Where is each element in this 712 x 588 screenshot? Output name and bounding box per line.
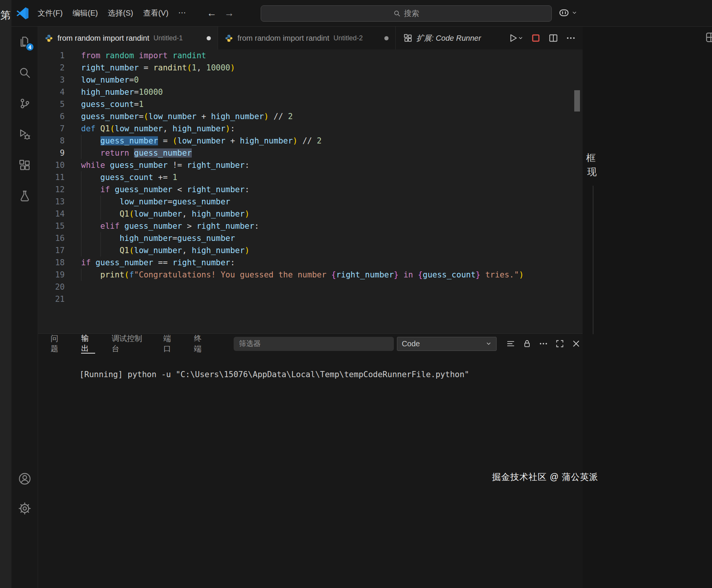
code-line[interactable]: 6guess_number=(low_number + high_number)… [38,110,583,123]
source-control-icon [19,97,31,110]
output-console[interactable]: [Running] python -u "C:\Users\15076\AppD… [38,354,583,392]
panel-more-button[interactable] [537,337,550,350]
code-line[interactable]: 21 [38,293,583,305]
editor-tab-bar: from random import randint Untitled-1 fr… [38,27,583,49]
clear-output-button[interactable] [504,337,517,350]
menu-selection[interactable]: 选择(S) [103,5,138,21]
code-line[interactable]: 12if guess_number < right_number: [38,183,583,196]
lock-scrolling-button[interactable] [521,337,534,350]
split-editor-icon [548,33,558,43]
sidebar-item-search[interactable] [18,66,32,80]
clear-output-icon [506,339,515,348]
more-actions-button[interactable] [566,33,576,43]
history-navigation: ← → [207,7,234,19]
output-channel-value: Code [402,339,420,348]
menu-more[interactable]: ⋯ [174,5,191,21]
forward-arrow-icon[interactable]: → [225,7,234,19]
menu-view[interactable]: 查看(V) [138,5,174,21]
explorer-badge: 4 [25,43,34,51]
split-editor-button[interactable] [548,33,558,43]
line-number: 5 [38,98,65,110]
line-number: 14 [38,208,65,220]
testing-flask-icon [19,190,31,202]
bottom-panel: 问题 输出 调试控制台 端口 终端 Code [38,333,583,588]
output-filter-input[interactable] [234,337,394,351]
code-line[interactable]: 15elif guess_number > right_number: [38,220,583,232]
tab-suffix: Untitled-2 [333,34,363,42]
line-number: 1 [38,49,65,62]
watermark: 掘金技术社区 @ 蒲公英派 [492,471,598,483]
code-line[interactable]: 7def Q1(low_number, high_number): [38,123,583,135]
code-line[interactable]: 14Q1(low_number, high_number) [38,208,583,220]
panel-tab-output[interactable]: 输出 [81,334,95,354]
back-arrow-icon[interactable]: ← [207,7,217,19]
panel-tab-problems[interactable]: 问题 [51,334,65,354]
code-line[interactable]: 1from random import randint [38,49,583,62]
sidebar-item-extensions[interactable] [18,158,32,172]
tab-extension-code-runner[interactable]: 扩展: Code Runner [396,27,489,49]
vertical-scrollbar[interactable] [574,90,580,112]
sidebar-item-source-control[interactable] [18,97,32,110]
line-number: 16 [38,232,65,244]
line-number: 11 [38,171,65,183]
panel-tab-debug-console[interactable]: 调试控制台 [111,334,147,354]
stop-button[interactable] [531,33,541,43]
code-line[interactable]: 4high_number=10000 [38,86,583,98]
code-line[interactable]: 19print(f"Congratulations! You guessed t… [38,269,583,281]
code-line[interactable]: 10while guess_number != right_number: [38,159,583,171]
dirty-dot-icon[interactable] [384,36,389,40]
line-number: 4 [38,86,65,98]
line-number: 2 [38,62,65,74]
sidebar-item-explorer[interactable]: 4 [18,35,32,49]
close-panel-button[interactable] [570,337,583,350]
code-line[interactable]: 5guess_count=1 [38,98,583,110]
background-window-strip: 第 [0,0,11,588]
editor-actions [508,27,583,49]
extensions-icon [19,159,31,171]
gear-icon [18,502,31,515]
output-line: [Running] python -u "C:\Users\15076\AppD… [80,370,469,379]
sidebar-item-run-debug[interactable] [18,127,32,141]
code-line[interactable]: 17Q1(low_number, high_number) [38,244,583,257]
code-line[interactable]: 13low_number=guess_number [38,196,583,208]
code-line[interactable]: 8guess_number = (low_number + high_numbe… [38,135,583,147]
code-line[interactable]: 2right_number = randint(1, 10000) [38,62,583,74]
settings-button[interactable] [18,502,32,515]
code-editor[interactable]: 1from random import randint2right_number… [38,49,583,333]
run-code-button[interactable] [508,33,523,43]
code-line[interactable]: 20 [38,281,583,293]
code-line[interactable]: 16high_number=guess_number [38,232,583,244]
code-line[interactable]: 9return guess_number [38,147,583,159]
line-number: 15 [38,220,65,232]
vscode-logo-icon [16,7,29,20]
dirty-dot-icon[interactable] [207,36,211,40]
chevron-down-icon [518,35,523,41]
code-lines: 1from random import randint2right_number… [38,49,583,305]
sidebar-item-testing[interactable] [18,189,32,203]
menu-file[interactable]: 文件(F) [33,5,68,21]
code-line[interactable]: 18if guess_number == right_number: [38,257,583,269]
output-channel-select[interactable]: Code [397,337,497,351]
background-line-fragment [593,186,593,334]
menu-edit[interactable]: 编辑(E) [68,5,103,21]
line-number: 3 [38,74,65,86]
account-button[interactable] [18,472,32,486]
panel-tab-ports[interactable]: 端口 [164,334,178,354]
line-number: 21 [38,293,65,305]
panel-tab-terminal[interactable]: 终端 [194,334,208,354]
copilot-menu[interactable] [558,7,577,18]
code-line[interactable]: 3low_number=0 [38,74,583,86]
search-placeholder: 搜索 [404,8,419,19]
background-window-right: 框 现 [583,27,712,588]
maximize-panel-button[interactable] [553,337,566,350]
extensions-icon [403,33,413,43]
lock-icon [522,339,532,348]
tab-untitled-2[interactable]: from random import randint Untitled-2 [218,27,396,49]
line-number: 20 [38,281,65,293]
tab-untitled-1[interactable]: from random import randint Untitled-1 [38,27,218,49]
command-center-search[interactable]: 搜索 [261,5,552,22]
code-line[interactable]: 11guess_count += 1 [38,171,583,183]
account-icon [18,472,31,485]
extension-tab-label: 扩展: Code Runner [416,33,481,43]
maximize-icon [555,339,564,348]
